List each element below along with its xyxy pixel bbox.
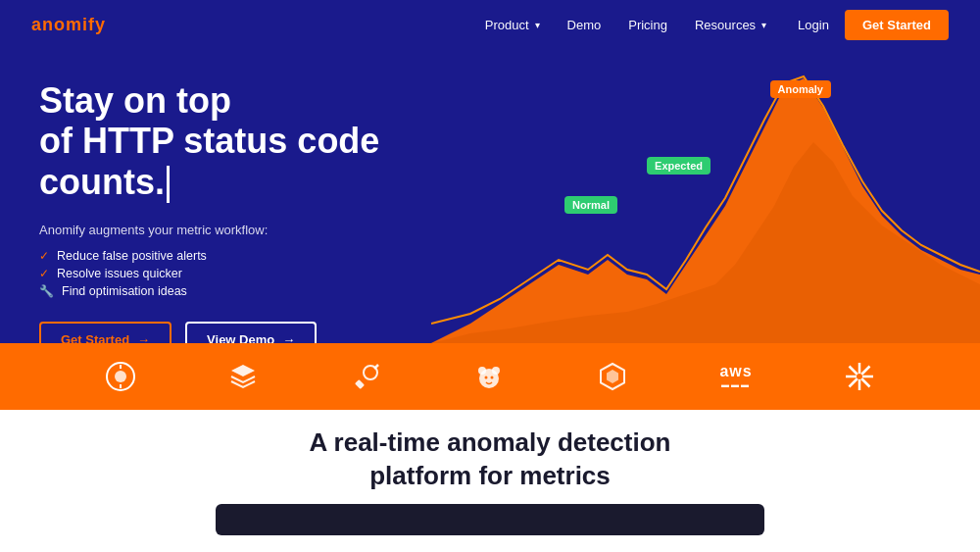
- bottom-section: A real-time anomaly detection platform f…: [0, 410, 980, 552]
- navigation: anomify Product Demo Pricing Resources L…: [0, 0, 980, 49]
- feature-3: 🔧 Find optimisation ideas: [39, 284, 451, 298]
- brands-bar: aws ▬▬▬: [0, 343, 980, 410]
- nav-pricing[interactable]: Pricing: [628, 18, 667, 32]
- svg-point-12: [485, 376, 488, 379]
- brand-aws: aws ▬▬▬: [719, 363, 752, 390]
- check-icon-1: ✓: [39, 249, 49, 263]
- check-icon-2: ✓: [39, 267, 49, 280]
- nav-product[interactable]: Product: [485, 18, 540, 32]
- svg-point-13: [491, 376, 494, 379]
- logo-text: anomify: [31, 15, 106, 34]
- arrow-right-icon-2: →: [282, 332, 295, 343]
- brand-prometheus: [105, 361, 136, 392]
- get-started-button[interactable]: Get Started →: [39, 322, 172, 343]
- svg-point-10: [478, 367, 486, 375]
- nav-resources[interactable]: Resources: [695, 18, 766, 32]
- anomaly-label: Anomaly: [770, 80, 831, 98]
- feature-1: ✓ Reduce false positive alerts: [39, 249, 451, 263]
- nav-actions: Login Get Started: [798, 10, 949, 40]
- expected-label: Expected: [647, 157, 710, 175]
- svg-line-8: [374, 365, 378, 369]
- brand-snowflake: [844, 361, 875, 392]
- bottom-title: A real-time anomaly detection platform f…: [310, 427, 671, 493]
- normal-label: Normal: [564, 196, 617, 214]
- hero-content: Stay on top of HTTP status code counts. …: [39, 80, 451, 343]
- hero-buttons: Get Started → View Demo →: [39, 322, 451, 343]
- brand-hex: [597, 361, 628, 392]
- hero-features: ✓ Reduce false positive alerts ✓ Resolve…: [39, 249, 451, 298]
- svg-marker-15: [607, 370, 618, 383]
- get-started-nav-button[interactable]: Get Started: [845, 10, 949, 40]
- feature-2: ✓ Resolve issues quicker: [39, 267, 451, 280]
- arrow-right-icon: →: [137, 332, 150, 343]
- hero-chart: Anomaly Expected Normal: [431, 69, 980, 343]
- bottom-bar: [216, 504, 764, 535]
- brand-layers: [227, 361, 259, 392]
- svg-rect-6: [355, 379, 365, 389]
- svg-point-11: [492, 367, 500, 375]
- hero-title: Stay on top of HTTP status code counts.: [39, 80, 451, 203]
- login-button[interactable]: Login: [798, 18, 829, 32]
- svg-point-3: [115, 371, 126, 382]
- nav-demo[interactable]: Demo: [567, 18, 602, 32]
- view-demo-button[interactable]: View Demo →: [185, 322, 317, 343]
- svg-point-20: [857, 374, 862, 379]
- brand-grafana: [473, 361, 505, 392]
- hero-subtitle: Anomify augments your metric workflow:: [39, 223, 451, 237]
- logo[interactable]: anomify: [31, 15, 106, 35]
- brand-tools: [351, 361, 382, 392]
- nav-links: Product Demo Pricing Resources: [485, 18, 766, 32]
- hero-section: Stay on top of HTTP status code counts. …: [0, 49, 980, 343]
- chart-svg: [431, 69, 980, 343]
- check-icon-3: 🔧: [39, 284, 54, 298]
